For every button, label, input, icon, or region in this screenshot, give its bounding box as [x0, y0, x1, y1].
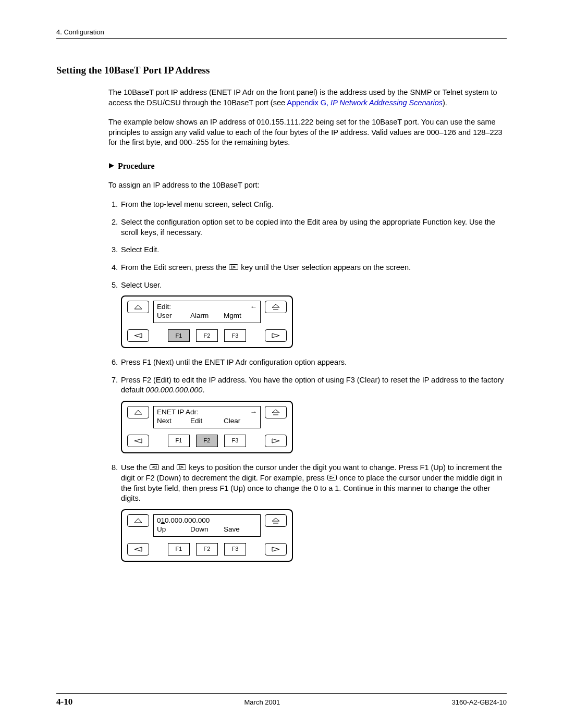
left-nav-key[interactable] [127, 329, 149, 342]
footer-docid: 3160-A2-GB24-10 [451, 698, 507, 706]
intro-paragraph-2: The example below shows an IP address of… [108, 117, 507, 148]
home-nav-key[interactable] [265, 301, 287, 313]
page-number: 4-10 [56, 697, 72, 707]
svg-marker-19 [134, 519, 142, 523]
f3-key[interactable]: F3 [224, 435, 246, 447]
f1-key[interactable]: F1 [168, 435, 190, 447]
svg-marker-12 [272, 439, 279, 443]
ip-value: 010.000.000.000 [157, 516, 210, 525]
procedure-steps: From the top-level menu screen, select C… [120, 200, 507, 561]
section-heading: Setting the 10BaseT Port IP Address [56, 65, 507, 76]
intro-paragraph-1: The 10BaseT port IP address (ENET IP Adr… [108, 88, 507, 108]
svg-marker-6 [134, 334, 142, 338]
svg-rect-15 [177, 465, 186, 470]
step-7: Press F2 (Edit) to edit the IP address. … [120, 375, 507, 453]
step-3: Select Edit. [120, 245, 507, 255]
right-key-icon [177, 463, 186, 473]
lcd-panel-ip: 010.000.000.000 Up Down Save [121, 509, 293, 562]
lcd-panel-enet: ENET IP Adr: → Next Edit Clear [121, 401, 293, 453]
f2-key[interactable]: F2 [196, 435, 218, 447]
f1-key[interactable]: F1 [168, 543, 190, 556]
footer-date: March 2001 [244, 698, 280, 706]
lcd-screen: Edit: ← User Alarm Mgmt [153, 301, 261, 323]
svg-marker-11 [134, 439, 142, 443]
svg-marker-3 [134, 305, 142, 309]
svg-marker-9 [272, 410, 279, 413]
page-footer: 4-10 March 2001 3160-A2-GB24-10 [56, 693, 507, 707]
up-nav-key[interactable] [127, 406, 149, 418]
procedure-leadin: To assign an IP address to the 10BaseT p… [108, 180, 507, 191]
lcd-panel-edit: Edit: ← User Alarm Mgmt [121, 295, 293, 348]
f2-key[interactable]: F2 [196, 329, 218, 342]
step-5: Select User. Edit: ← Us [120, 280, 507, 349]
left-nav-key[interactable] [127, 543, 149, 556]
left-key-icon [150, 463, 159, 473]
appendix-link-prefix[interactable]: Appendix G, [287, 98, 331, 107]
step-4: From the Edit screen, press the key unti… [120, 263, 507, 273]
step-2: Select the configuration option set to b… [120, 217, 507, 238]
svg-marker-4 [272, 304, 279, 307]
intro1-text-b: ). [443, 98, 447, 107]
procedure-label-text: Procedure [118, 162, 155, 170]
svg-marker-18 [330, 476, 334, 479]
svg-rect-1 [229, 265, 238, 270]
left-nav-key[interactable] [127, 435, 149, 447]
right-key-icon [327, 473, 337, 484]
procedure-heading: Procedure [108, 162, 507, 171]
running-header: 4. Configuration [56, 28, 507, 36]
svg-rect-13 [150, 465, 159, 470]
right-nav-key[interactable] [265, 435, 287, 447]
svg-marker-20 [272, 518, 279, 521]
f1-key[interactable]: F1 [168, 329, 190, 342]
svg-rect-17 [327, 475, 336, 480]
svg-marker-7 [272, 334, 279, 338]
f3-key[interactable]: F3 [224, 329, 246, 342]
svg-marker-8 [134, 410, 142, 414]
home-nav-key[interactable] [265, 514, 287, 527]
svg-marker-14 [152, 466, 156, 468]
step-8: Use the and keys to position the cursor … [120, 463, 507, 562]
triangle-right-icon [108, 162, 115, 171]
svg-marker-0 [109, 163, 114, 168]
f3-key[interactable]: F3 [224, 543, 246, 556]
lcd-screen: 010.000.000.000 Up Down Save [153, 514, 261, 537]
footer-rule [56, 693, 507, 694]
svg-marker-2 [231, 266, 236, 268]
lcd-screen: ENET IP Adr: → Next Edit Clear [153, 406, 261, 428]
step-6: Press F1 (Next) until the ENET IP Adr co… [120, 357, 507, 368]
up-nav-key[interactable] [127, 301, 149, 313]
svg-marker-16 [179, 466, 183, 468]
svg-marker-23 [272, 547, 279, 551]
right-nav-key[interactable] [265, 329, 287, 342]
up-nav-key[interactable] [127, 514, 149, 527]
right-nav-key[interactable] [265, 543, 287, 556]
svg-marker-22 [134, 547, 142, 551]
appendix-link-title[interactable]: IP Network Addressing Scenarios [331, 98, 443, 107]
step-1: From the top-level menu screen, select C… [120, 200, 507, 210]
header-rule [56, 38, 507, 39]
right-key-icon [229, 263, 238, 273]
f2-key[interactable]: F2 [196, 543, 218, 556]
home-nav-key[interactable] [265, 406, 287, 418]
